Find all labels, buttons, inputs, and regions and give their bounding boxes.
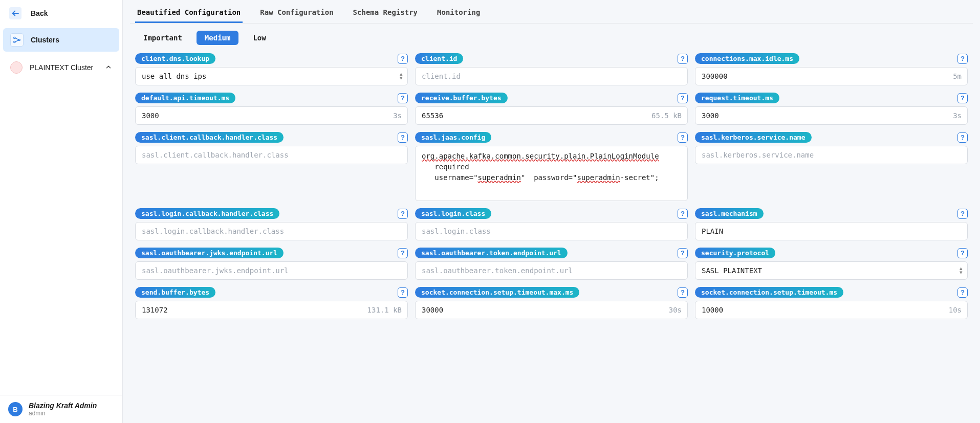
cfg-sasl-login-callback-handler-class: sasl.login.callback.handler.class ? xyxy=(135,208,408,240)
importance-medium[interactable]: Medium xyxy=(197,31,239,45)
cfg-sasl-client-callback-handler-class: sasl.client.callback.handler.class ? xyxy=(135,132,408,201)
cfg-key-label: connections.max.idle.ms xyxy=(695,53,799,64)
cfg-input-request-timeout-ms[interactable] xyxy=(695,106,968,125)
cfg-input-sasl-mechanism[interactable] xyxy=(695,222,968,240)
sidebar-item-label: Clusters xyxy=(31,36,59,44)
cluster-name-label: PLAINTEXT Cluster xyxy=(30,63,98,72)
importance-filter: Important Medium Low xyxy=(130,24,973,53)
config-grid: client.dns.lookup ? ▴▾ client.id ? conne… xyxy=(130,53,973,319)
help-icon[interactable]: ? xyxy=(398,54,408,64)
tab-beautified-configuration[interactable]: Beautified Configuration xyxy=(135,3,243,23)
cfg-input-sasl-kerberos-service-name[interactable] xyxy=(695,146,968,164)
cfg-select-security-protocol[interactable] xyxy=(695,261,968,280)
cfg-socket-connection-setup-timeout-ms: socket.connection.setup.timeout.ms ? 10s xyxy=(695,287,968,319)
cfg-default-api-timeout-ms: default.api.timeout.ms ? 3s xyxy=(135,93,408,125)
help-icon[interactable]: ? xyxy=(678,54,688,64)
cfg-input-sasl-client-callback-handler-class[interactable] xyxy=(135,146,408,164)
cluster-icon xyxy=(10,33,24,47)
cfg-input-connections-max-idle-ms[interactable] xyxy=(695,67,968,85)
cfg-security-protocol: security.protocol ? ▴▾ xyxy=(695,248,968,280)
help-icon[interactable]: ? xyxy=(678,209,688,219)
cfg-key-label: sasl.kerberos.service.name xyxy=(695,132,812,143)
cfg-input-default-api-timeout-ms[interactable] xyxy=(135,106,408,125)
cfg-input-socket-connection-setup-timeout-max-ms[interactable] xyxy=(415,301,688,319)
user-footer[interactable]: B Blazing Kraft Admin admin xyxy=(0,395,122,423)
help-icon[interactable]: ? xyxy=(678,287,688,298)
cfg-sasl-jaas-config: sasl.jaas.config ? org.apache.kafka.comm… xyxy=(415,132,688,201)
help-icon[interactable]: ? xyxy=(957,132,968,143)
user-name: Blazing Kraft Admin xyxy=(29,402,97,410)
cfg-key-label: sasl.client.callback.handler.class xyxy=(135,132,284,143)
avatar: B xyxy=(8,402,23,416)
tab-monitoring[interactable]: Monitoring xyxy=(435,3,482,23)
help-icon[interactable]: ? xyxy=(957,54,968,64)
cfg-key-label: receive.buffer.bytes xyxy=(415,93,508,103)
chevron-up-icon xyxy=(105,63,112,72)
cfg-sasl-oauthbearer-token-endpoint-url: sasl.oauthbearer.token.endpoint.url ? xyxy=(415,248,688,280)
help-icon[interactable]: ? xyxy=(678,132,688,143)
cfg-key-label: send.buffer.bytes xyxy=(135,287,215,298)
cfg-input-send-buffer-bytes[interactable] xyxy=(135,301,408,319)
cfg-input-sasl-login-callback-handler-class[interactable] xyxy=(135,222,408,240)
help-icon[interactable]: ? xyxy=(957,93,968,103)
cfg-sasl-oauthbearer-jwks-endpoint-url: sasl.oauthbearer.jwks.endpoint.url ? xyxy=(135,248,408,280)
cfg-key-label: sasl.jaas.config xyxy=(415,132,491,143)
importance-important[interactable]: Important xyxy=(135,31,190,45)
help-icon[interactable]: ? xyxy=(957,287,968,298)
back-arrow-icon xyxy=(9,7,21,19)
cfg-key-label: socket.connection.setup.timeout.max.ms xyxy=(415,287,579,298)
back-label: Back xyxy=(31,9,48,17)
cfg-input-sasl-login-class[interactable] xyxy=(415,222,688,240)
help-icon[interactable]: ? xyxy=(398,209,408,219)
cluster-item[interactable]: PLAINTEXT Cluster xyxy=(3,56,119,79)
cfg-receive-buffer-bytes: receive.buffer.bytes ? 65.5 kB xyxy=(415,93,688,125)
help-icon[interactable]: ? xyxy=(398,132,408,143)
cfg-select-client-dns-lookup[interactable] xyxy=(135,67,408,85)
cfg-input-socket-connection-setup-timeout-ms[interactable] xyxy=(695,301,968,319)
tab-schema-registry[interactable]: Schema Registry xyxy=(351,3,420,23)
help-icon[interactable]: ? xyxy=(398,248,408,258)
cfg-key-label: sasl.oauthbearer.jwks.endpoint.url xyxy=(135,248,284,258)
cfg-socket-connection-setup-timeout-max-ms: socket.connection.setup.timeout.max.ms ?… xyxy=(415,287,688,319)
cfg-sasl-kerberos-service-name: sasl.kerberos.service.name ? xyxy=(695,132,968,201)
cfg-input-sasl-oauthbearer-jwks-endpoint-url[interactable] xyxy=(135,261,408,280)
cfg-sasl-mechanism: sasl.mechanism ? xyxy=(695,208,968,240)
cfg-send-buffer-bytes: send.buffer.bytes ? 131.1 kB xyxy=(135,287,408,319)
cfg-request-timeout-ms: request.timeout.ms ? 3s xyxy=(695,93,968,125)
cfg-input-client-id[interactable] xyxy=(415,67,688,85)
importance-low[interactable]: Low xyxy=(245,31,274,45)
main-content: Beautified Configuration Raw Configurati… xyxy=(123,0,980,423)
cfg-client-dns-lookup: client.dns.lookup ? ▴▾ xyxy=(135,53,408,85)
cfg-input-receive-buffer-bytes[interactable] xyxy=(415,106,688,125)
cluster-status-dot-icon xyxy=(10,61,23,74)
cfg-key-label: socket.connection.setup.timeout.ms xyxy=(695,287,843,298)
back-button[interactable]: Back xyxy=(0,0,122,27)
cfg-key-label: security.protocol xyxy=(695,248,775,258)
main-tabs: Beautified Configuration Raw Configurati… xyxy=(130,0,973,24)
help-icon[interactable]: ? xyxy=(678,93,688,103)
cfg-key-label: sasl.login.class xyxy=(415,208,491,219)
sidebar: Back Clusters PLAINTEXT Cluster B Blazin… xyxy=(0,0,123,423)
cfg-input-sasl-oauthbearer-token-endpoint-url[interactable] xyxy=(415,261,688,280)
help-icon[interactable]: ? xyxy=(398,287,408,298)
svg-point-3 xyxy=(18,39,20,40)
cfg-connections-max-idle-ms: connections.max.idle.ms ? 5m xyxy=(695,53,968,85)
help-icon[interactable]: ? xyxy=(957,248,968,258)
cfg-key-label: sasl.mechanism xyxy=(695,208,764,219)
cfg-key-label: default.api.timeout.ms xyxy=(135,93,235,103)
help-icon[interactable]: ? xyxy=(398,93,408,103)
help-icon[interactable]: ? xyxy=(678,248,688,258)
cfg-textarea-sasl-jaas-config[interactable]: org.apache.kafka.common.security.plain.P… xyxy=(415,146,688,201)
cfg-key-label: client.id xyxy=(415,53,463,64)
cfg-key-label: sasl.oauthbearer.token.endpoint.url xyxy=(415,248,568,258)
tab-raw-configuration[interactable]: Raw Configuration xyxy=(258,3,335,23)
cfg-key-label: sasl.login.callback.handler.class xyxy=(135,208,279,219)
sidebar-item-clusters[interactable]: Clusters xyxy=(3,28,119,52)
user-role: admin xyxy=(29,410,97,417)
cfg-key-label: request.timeout.ms xyxy=(695,93,779,103)
cfg-client-id: client.id ? xyxy=(415,53,688,85)
help-icon[interactable]: ? xyxy=(957,209,968,219)
cfg-key-label: client.dns.lookup xyxy=(135,53,215,64)
cfg-sasl-login-class: sasl.login.class ? xyxy=(415,208,688,240)
